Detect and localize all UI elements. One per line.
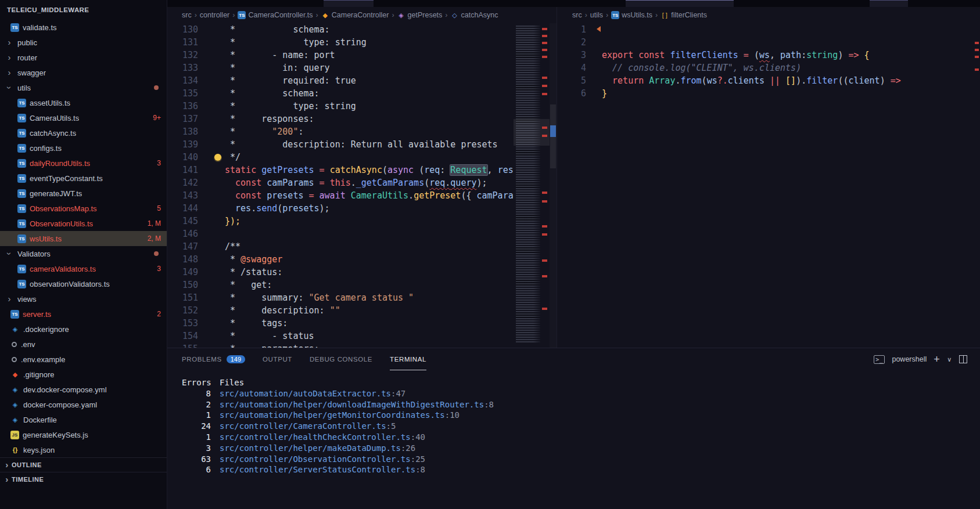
file-item-ObservationsMap.ts[interactable]: TSObservationsMap.ts5 bbox=[0, 201, 167, 216]
tab-terminal[interactable]: TERMINAL bbox=[390, 348, 426, 370]
code-line-138[interactable]: 138 * "200": bbox=[167, 125, 557, 138]
file-item-observationValidators.ts[interactable]: TSobservationValidators.ts bbox=[0, 276, 167, 291]
code-line-148[interactable]: 148 * @swagger bbox=[167, 253, 557, 266]
code-line-1[interactable]: 1 bbox=[557, 23, 980, 36]
explorer-project-title[interactable]: TELEICU_MIDDLEWARE bbox=[0, 0, 167, 20]
code-line-147[interactable]: 147/** bbox=[167, 240, 557, 253]
file-link[interactable]: src/controller/ObservationController.ts bbox=[220, 454, 411, 465]
minimap-error-mark bbox=[542, 56, 547, 58]
breadcrumb-item-CameraController.ts[interactable]: TSCameraController.ts bbox=[238, 11, 313, 19]
file-link[interactable]: src/controller/healthCheckController.ts bbox=[220, 432, 411, 443]
file-item-keys.json[interactable]: {}keys.json bbox=[0, 442, 167, 457]
breadcrumb-item-wsUtils.ts[interactable]: TSwsUtils.ts bbox=[611, 11, 652, 19]
file-item-dev.docker-compose.yml[interactable]: ◈dev.docker-compose.yml bbox=[0, 382, 167, 397]
file-item-CameraUtils.ts[interactable]: TSCameraUtils.ts9+ bbox=[0, 110, 167, 125]
file-item-assetUtils.ts[interactable]: TSassetUtils.ts bbox=[0, 95, 167, 110]
code-line-134[interactable]: 134 * required: true bbox=[167, 74, 557, 87]
file-item-.env[interactable]: .env bbox=[0, 337, 167, 352]
code-line-146[interactable]: 146 bbox=[167, 228, 557, 240]
tab-output[interactable]: OUTPUT bbox=[263, 348, 292, 370]
timeline-section-header[interactable]: › TIMELINE bbox=[0, 472, 167, 486]
terminal-profile-chevron-icon[interactable]: ∨ bbox=[947, 356, 952, 363]
file-item-cameraValidators.ts[interactable]: TScameraValidators.ts3 bbox=[0, 261, 167, 276]
code-right[interactable]: 123export const filterClients = (ws, pat… bbox=[557, 23, 980, 348]
code-line-145[interactable]: 145}); bbox=[167, 215, 557, 228]
code-left[interactable]: 130 * schema:131 * type: string132 * - n… bbox=[167, 23, 557, 348]
split-terminal-button[interactable] bbox=[959, 355, 967, 363]
code-line-151[interactable]: 151 * summary: "Get camera status " bbox=[167, 291, 557, 304]
code-line-143[interactable]: 143 const presets = await CameraUtils.ge… bbox=[167, 189, 557, 202]
code-line-144[interactable]: 144 res.send(presets); bbox=[167, 202, 557, 215]
code-line-153[interactable]: 153 * tags: bbox=[167, 317, 557, 330]
code-line-132[interactable]: 132 * - name: port bbox=[167, 49, 557, 62]
code-line-141[interactable]: 141static getPresets = catchAsync(async … bbox=[167, 164, 557, 176]
file-item-catchAsync.ts[interactable]: TScatchAsync.ts bbox=[0, 125, 167, 140]
code-line-150[interactable]: 150 * get: bbox=[167, 279, 557, 291]
code-line-139[interactable]: 139 * description: Return all available … bbox=[167, 138, 557, 151]
folder-item-public[interactable]: ›public bbox=[0, 35, 167, 50]
folder-item-views[interactable]: ›views bbox=[0, 291, 167, 306]
code-line-140[interactable]: 140 */ bbox=[167, 151, 557, 164]
terminal-output[interactable]: Errors Files 8src/automation/autoDataExt… bbox=[167, 370, 980, 475]
file-item-generateJWT.ts[interactable]: TSgenerateJWT.ts bbox=[0, 186, 167, 201]
code-line-4[interactable]: 4 // console.log("CLEINT", ws.clients) bbox=[557, 62, 980, 74]
file-link[interactable]: src/controller/CameraController.ts bbox=[220, 421, 386, 432]
breadcrumb-item-src[interactable]: src bbox=[572, 11, 582, 19]
scrollbar-left[interactable] bbox=[550, 23, 557, 348]
breadcrumb-item-controller[interactable]: controller bbox=[200, 11, 229, 19]
file-link[interactable]: src/automation/helper/getMonitorCoordina… bbox=[220, 410, 445, 421]
file-link[interactable]: src/automation/helper/downloadImageWithD… bbox=[220, 399, 484, 410]
file-link[interactable]: src/automation/autoDataExtractor.ts bbox=[220, 388, 391, 399]
problems-badge: 5 bbox=[152, 204, 161, 212]
code-line-133[interactable]: 133 * in: query bbox=[167, 62, 557, 74]
file-item-eventTypeConstant.ts[interactable]: TSeventTypeConstant.ts bbox=[0, 171, 167, 186]
folder-item-swagger[interactable]: ›swagger bbox=[0, 65, 167, 80]
lightbulb-icon[interactable] bbox=[214, 154, 221, 161]
code-line-135[interactable]: 135 * schema: bbox=[167, 87, 557, 100]
file-item-validate.ts[interactable]: TSvalidate.ts bbox=[0, 20, 167, 35]
shell-name[interactable]: powershell bbox=[892, 355, 927, 363]
breadcrumb-item-filterClients[interactable]: []filterClients bbox=[660, 11, 707, 19]
file-link[interactable]: src/controller/helper/makeDataDump.ts bbox=[220, 443, 401, 454]
code-line-154[interactable]: 154 * - status bbox=[167, 330, 557, 342]
folder-item-utils[interactable]: ›utils bbox=[0, 80, 167, 95]
line-number: 137 bbox=[167, 113, 198, 125]
breadcrumb-item-getPresets[interactable]: ◈getPresets bbox=[397, 11, 443, 19]
tab-debug-console[interactable]: DEBUG CONSOLE bbox=[310, 348, 372, 370]
file-link[interactable]: src/controller/ServerStatusController.ts bbox=[220, 464, 415, 475]
file-item-generateKeySets.js[interactable]: JSgenerateKeySets.js bbox=[0, 427, 167, 442]
file-item-ObservationUtils.ts[interactable]: TSObservationUtils.ts1, M bbox=[0, 216, 167, 231]
code-line-152[interactable]: 152 * description: "" bbox=[167, 304, 557, 317]
folder-item-Validators[interactable]: ›Validators bbox=[0, 246, 167, 261]
file-item-dailyRoundUtils.ts[interactable]: TSdailyRoundUtils.ts3 bbox=[0, 156, 167, 171]
new-terminal-button[interactable]: + bbox=[934, 355, 940, 363]
code-line-142[interactable]: 142 const camParams = this._getCamParams… bbox=[167, 176, 557, 189]
file-item-docker-compose.yaml[interactable]: ◈docker-compose.yaml bbox=[0, 397, 167, 412]
minimap-slider[interactable] bbox=[514, 119, 550, 146]
file-item-.dockerignore[interactable]: ◈.dockerignore bbox=[0, 322, 167, 337]
code-line-136[interactable]: 136 * type: string bbox=[167, 100, 557, 113]
ts-icon: TS bbox=[17, 189, 26, 198]
breadcrumb-item-utils[interactable]: utils bbox=[590, 11, 603, 19]
file-item-configs.ts[interactable]: TSconfigs.ts bbox=[0, 140, 167, 156]
minimap[interactable] bbox=[514, 23, 550, 348]
file-item-.gitignore[interactable]: ◆.gitignore bbox=[0, 367, 167, 382]
file-item-Dockerfile[interactable]: ◈Dockerfile bbox=[0, 412, 167, 427]
tab-problems[interactable]: PROBLEMS 149 bbox=[182, 348, 245, 370]
outline-section-header[interactable]: › OUTLINE bbox=[0, 457, 167, 472]
breadcrumb-item-CameraController[interactable]: ◆CameraController bbox=[321, 11, 389, 19]
file-item-wsUtils.ts[interactable]: TSwsUtils.ts2, M bbox=[0, 231, 167, 246]
code-line-130[interactable]: 130 * schema: bbox=[167, 23, 557, 36]
code-line-149[interactable]: 149 * /status: bbox=[167, 266, 557, 279]
code-line-137[interactable]: 137 * responses: bbox=[167, 113, 557, 125]
code-line-6[interactable]: 6} bbox=[557, 87, 980, 100]
file-item-.env.example[interactable]: .env.example bbox=[0, 352, 167, 367]
breadcrumb-item-src[interactable]: src bbox=[182, 11, 192, 19]
code-line-2[interactable]: 2 bbox=[557, 36, 980, 49]
file-item-server.ts[interactable]: TSserver.ts2 bbox=[0, 306, 167, 322]
folder-item-router[interactable]: ›router bbox=[0, 50, 167, 65]
breadcrumb-item-catchAsync[interactable]: ◇catchAsync bbox=[451, 11, 498, 19]
code-line-5[interactable]: 5 return Array.from(ws?.clients || []).f… bbox=[557, 74, 980, 87]
code-line-3[interactable]: 3export const filterClients = (ws, path:… bbox=[557, 49, 980, 62]
code-line-131[interactable]: 131 * type: string bbox=[167, 36, 557, 49]
